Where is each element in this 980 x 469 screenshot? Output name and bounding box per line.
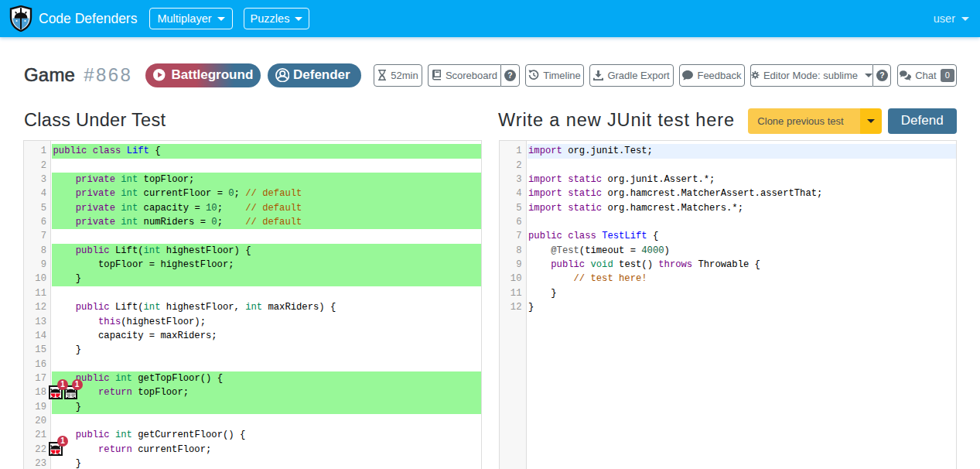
svg-text:?: ? (507, 71, 512, 80)
svg-text:?: ? (879, 71, 884, 80)
